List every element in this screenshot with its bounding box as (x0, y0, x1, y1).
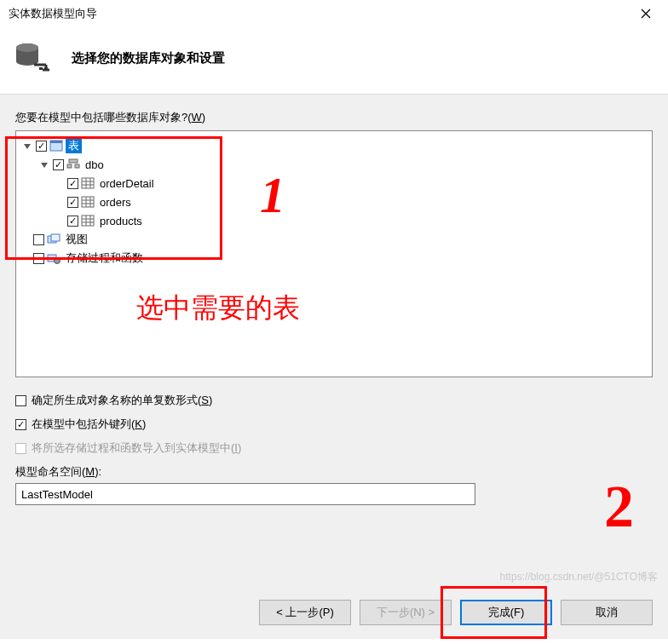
wizard-content: 您要在模型中包括哪些数据库对象?(W) 表 dbo (0, 94, 668, 639)
window-title: 实体数据模型向导 (9, 6, 97, 21)
expander-icon[interactable] (38, 158, 50, 170)
finish-button[interactable]: 完成(F) (460, 600, 552, 625)
checkbox-orderdetail[interactable] (67, 178, 78, 189)
tables-icon (49, 139, 63, 152)
option-pluralize[interactable]: 确定所生成对象名称的单复数形式(S) (15, 393, 653, 408)
cancel-button[interactable]: 取消 (561, 600, 653, 625)
options-area: 确定所生成对象名称的单复数形式(S) 在模型中包括外键列(K) 将所选存储过程和… (15, 393, 653, 505)
tree-node-orders[interactable]: orders (20, 193, 648, 211)
table-icon (81, 176, 95, 190)
expander-icon[interactable] (21, 140, 33, 152)
orderdetail-label[interactable]: orderDetail (97, 177, 157, 190)
checkbox-orders[interactable] (67, 197, 78, 208)
tree-node-sprocs[interactable]: 存储过程和函数 (20, 249, 648, 267)
table-icon (81, 195, 95, 209)
tree-node-tables[interactable]: 表 (20, 136, 648, 155)
svg-rect-16 (82, 197, 94, 207)
checkbox-products[interactable] (67, 216, 78, 227)
table-icon (81, 214, 95, 227)
svg-rect-5 (44, 67, 48, 70)
views-label[interactable]: 视图 (63, 232, 90, 247)
wizard-buttons: < 上一步(P) 下一步(N) > 完成(F) 取消 (259, 600, 653, 625)
import-sp-label: 将所选存储过程和函数导入到实体模型中(I) (32, 440, 241, 456)
schema-icon (66, 158, 80, 171)
checkbox-pluralize[interactable] (15, 395, 26, 406)
svg-rect-9 (67, 164, 72, 168)
products-label[interactable]: products (97, 215, 145, 227)
svg-rect-10 (75, 164, 79, 168)
checkbox-fkeys[interactable] (15, 419, 26, 430)
orders-label[interactable]: orders (97, 196, 134, 209)
prev-button[interactable]: < 上一步(P) (259, 600, 351, 625)
dbo-label[interactable]: dbo (83, 158, 107, 171)
views-icon (47, 233, 60, 246)
tree-node-products[interactable]: products (20, 211, 648, 230)
option-import-sp: 将所选存储过程和函数导入到实体模型中(I) (15, 440, 653, 456)
svg-rect-4 (39, 67, 43, 70)
tree-node-orderdetail[interactable]: orderDetail (20, 174, 648, 193)
objects-tree[interactable]: 表 dbo orderDetail orders (15, 130, 653, 377)
svg-rect-21 (82, 216, 94, 226)
titlebar: 实体数据模型向导 (0, 0, 668, 27)
option-fkeys[interactable]: 在模型中包括外键列(K) (15, 417, 653, 432)
checkbox-dbo[interactable] (53, 159, 64, 170)
next-button: 下一步(N) > (360, 600, 452, 625)
checkbox-sprocs[interactable] (33, 253, 44, 264)
close-icon (641, 9, 651, 19)
namespace-input[interactable] (15, 483, 475, 505)
checkbox-views[interactable] (33, 234, 44, 245)
namespace-label: 模型命名空间(M): (15, 464, 653, 480)
checkbox-tables[interactable] (36, 141, 47, 152)
svg-rect-11 (82, 178, 94, 188)
tables-label[interactable]: 表 (66, 138, 82, 153)
tree-node-dbo[interactable]: dbo (20, 155, 648, 174)
wizard-header: 选择您的数据库对象和设置 (0, 27, 668, 94)
sprocs-icon (47, 251, 60, 265)
pluralize-label: 确定所生成对象名称的单复数形式(S) (32, 393, 212, 408)
svg-rect-27 (51, 234, 60, 241)
svg-point-29 (55, 258, 60, 264)
sprocs-label[interactable]: 存储过程和函数 (63, 250, 146, 266)
fkeys-label: 在模型中包括外键列(K) (32, 417, 146, 432)
svg-rect-8 (69, 159, 78, 163)
header-title: 选择您的数据库对象和设置 (72, 50, 225, 66)
objects-prompt: 您要在模型中包括哪些数据库对象?(W) (15, 110, 653, 125)
tree-node-views[interactable]: 视图 (20, 230, 648, 249)
checkbox-import-sp (15, 443, 26, 454)
svg-rect-7 (50, 141, 62, 143)
svg-point-3 (16, 43, 38, 52)
close-button[interactable] (631, 2, 661, 26)
database-icon (14, 39, 51, 77)
watermark: https://blog.csdn.net/@51CTO博客 (500, 570, 658, 584)
